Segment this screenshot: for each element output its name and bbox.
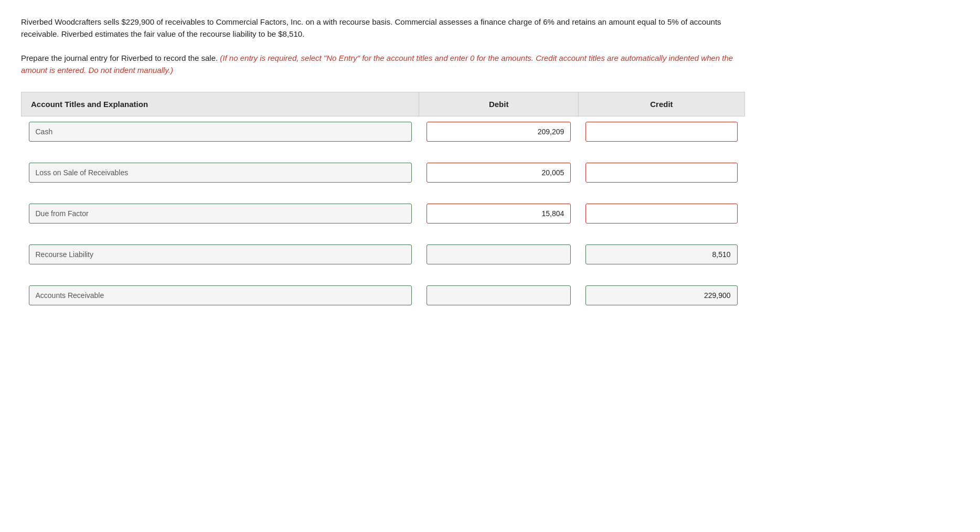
instruction-paragraph: Prepare the journal entry for Riverbed t…	[21, 52, 755, 77]
debit-input[interactable]	[427, 163, 571, 183]
account-title-input[interactable]	[29, 204, 412, 224]
table-row	[22, 116, 745, 147]
debit-input[interactable]	[427, 122, 571, 142]
table-row	[22, 239, 745, 270]
col-header-debit: Debit	[419, 92, 578, 116]
credit-input[interactable]	[585, 163, 737, 183]
table-row	[22, 157, 745, 188]
debit-input[interactable]	[427, 285, 571, 305]
credit-input[interactable]	[585, 285, 737, 305]
credit-input[interactable]	[585, 204, 737, 224]
account-title-input[interactable]	[29, 244, 412, 264]
debit-input[interactable]	[427, 244, 571, 264]
credit-input[interactable]	[585, 244, 737, 264]
account-title-input[interactable]	[29, 163, 412, 183]
debit-input[interactable]	[427, 204, 571, 224]
journal-entry-table: Account Titles and Explanation Debit Cre…	[21, 92, 745, 311]
instruction-prefix: Prepare the journal entry for Riverbed t…	[21, 54, 218, 62]
account-title-input[interactable]	[29, 285, 412, 305]
table-row	[22, 198, 745, 229]
table-row	[22, 280, 745, 311]
col-header-account: Account Titles and Explanation	[22, 92, 419, 116]
credit-input[interactable]	[585, 122, 737, 142]
intro-paragraph: Riverbed Woodcrafters sells $229,900 of …	[21, 16, 755, 40]
col-header-credit: Credit	[578, 92, 744, 116]
account-title-input[interactable]	[29, 122, 412, 142]
